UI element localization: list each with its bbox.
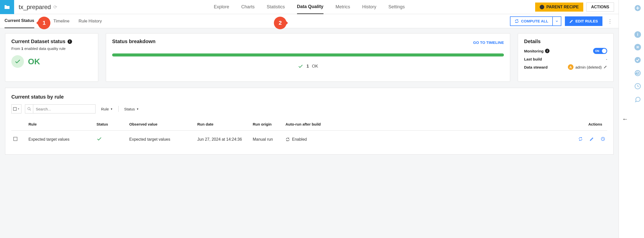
filter-rule-label: Rule — [101, 107, 109, 111]
right-rail: i — [631, 0, 644, 238]
check-icon — [14, 58, 21, 65]
action-edit[interactable] — [590, 137, 594, 141]
filter-status-label: Status — [124, 107, 135, 111]
col-auto-run: Auto-run after build — [283, 118, 334, 131]
top-tabs: Explore Charts Statistics Data Quality M… — [214, 0, 405, 14]
rail-add-icon[interactable] — [634, 5, 641, 12]
col-actions: Actions — [334, 118, 607, 131]
recipe-icon — [540, 5, 544, 9]
cell-run-date: Jun 27, 2024 at 14:24:36 — [195, 131, 251, 148]
details-title: Details — [524, 39, 607, 44]
tab-explore[interactable]: Explore — [214, 0, 229, 14]
caret-down-icon: ▼ — [136, 108, 139, 110]
edit-rules-label: EDIT RULES — [575, 19, 598, 23]
subtab-rule-history[interactable]: Rule History — [79, 14, 102, 28]
cell-rule: Expected target values — [26, 131, 94, 148]
rail-check-icon[interactable] — [634, 56, 641, 64]
filter-status-dropdown[interactable]: Status ▼ — [122, 107, 141, 111]
top-header: tx_prepared ⟳ Explore Charts Statistics … — [0, 0, 619, 14]
folder-icon-tile[interactable] — [0, 0, 14, 14]
tab-metrics[interactable]: Metrics — [336, 0, 350, 14]
more-menu-icon[interactable]: ⋮ — [606, 18, 614, 24]
status-breakdown-card: Status breakdown GO TO TIMELINE 1 OK — [106, 33, 510, 82]
dataset-title: tx_prepared — [19, 4, 51, 11]
legend-count: 1 — [306, 64, 309, 69]
search-wrap — [25, 104, 95, 113]
search-icon[interactable] — [25, 105, 33, 113]
rail-list-icon[interactable] — [634, 44, 641, 50]
checkbox-icon — [13, 107, 17, 111]
refresh-icon — [285, 137, 290, 142]
callout-2: 2 — [274, 17, 286, 29]
select-all-checkbox[interactable]: ▼ — [11, 104, 21, 113]
svg-line-1 — [30, 109, 31, 110]
refresh-icon[interactable]: ⟳ — [53, 4, 57, 10]
table-row[interactable]: Expected target values Expected target v… — [11, 131, 607, 148]
toggle-on-label: ON — [595, 49, 599, 52]
info-icon[interactable]: i — [545, 49, 550, 53]
tab-history[interactable]: History — [362, 0, 376, 14]
pencil-icon — [590, 137, 594, 141]
back-arrow[interactable]: ← — [619, 0, 631, 238]
tab-charts[interactable]: Charts — [241, 0, 254, 14]
parent-recipe-label: PARENT RECIPE — [546, 5, 579, 9]
avatar: A — [568, 64, 573, 70]
monitoring-toggle[interactable]: ON — [593, 48, 607, 54]
action-recompute[interactable] — [578, 137, 583, 141]
chevron-down-icon — [555, 19, 559, 23]
parent-recipe-button[interactable]: PARENT RECIPE — [535, 3, 583, 12]
status-card-title: Current Dataset status — [11, 39, 66, 44]
sub-prefix: From — [11, 46, 21, 51]
pencil-icon — [569, 19, 573, 23]
subtab-current-status[interactable]: Current Status — [5, 14, 34, 28]
breakdown-bar — [112, 53, 504, 56]
search-input[interactable] — [33, 105, 95, 113]
cell-auto-run: Enabled — [283, 131, 334, 148]
refresh-icon — [578, 137, 583, 141]
actions-button[interactable]: ACTIONS — [586, 3, 614, 12]
divider — [118, 106, 119, 112]
compute-all-group: COMPUTE ALL — [510, 16, 561, 26]
filter-rule-dropdown[interactable]: Rule ▼ — [99, 107, 115, 111]
tab-statistics[interactable]: Statistics — [267, 0, 285, 14]
compute-all-dropdown[interactable] — [552, 17, 561, 25]
col-status: Status — [94, 118, 127, 131]
rail-history-icon[interactable] — [634, 70, 641, 77]
caret-down-icon: ▼ — [17, 108, 20, 110]
rail-clock-icon[interactable] — [634, 83, 641, 90]
rules-panel-title: Current status by rule — [11, 94, 607, 100]
status-card-subtitle: From 1 enabled data quality rule — [11, 46, 92, 51]
auto-run-label: Enabled — [292, 137, 307, 142]
tab-data-quality[interactable]: Data Quality — [297, 0, 323, 14]
svg-point-7 — [635, 57, 641, 63]
edit-steward-icon[interactable] — [604, 65, 607, 69]
status-text: OK — [28, 57, 40, 66]
last-build-label: Last build — [524, 57, 542, 61]
status-ok-badge — [11, 55, 24, 68]
cell-run-origin: Manual run — [251, 131, 283, 148]
col-run-date: Run date — [195, 118, 251, 131]
rules-panel: Current status by rule ▼ Rule ▼ — [5, 88, 614, 155]
data-steward-label: Data steward — [524, 65, 548, 69]
check-icon — [96, 136, 102, 142]
cell-actions — [334, 131, 607, 148]
rail-info-icon[interactable]: i — [634, 31, 641, 38]
content-area: Current Dataset status i From 1 enabled … — [0, 28, 619, 238]
info-icon[interactable]: i — [68, 39, 72, 44]
tab-settings[interactable]: Settings — [389, 0, 405, 14]
row-checkbox[interactable] — [13, 137, 17, 141]
sub-suffix: enabled data quality rule — [23, 46, 66, 51]
rail-chat-icon[interactable] — [634, 96, 641, 103]
action-history[interactable] — [601, 137, 605, 141]
edit-rules-button[interactable]: EDIT RULES — [565, 16, 602, 26]
callout-1: 1 — [38, 17, 50, 29]
col-rule: Rule — [26, 118, 94, 131]
check-icon — [298, 64, 303, 69]
monitoring-label: Monitoring — [524, 49, 543, 53]
go-to-timeline-link[interactable]: GO TO TIMELINE — [473, 40, 504, 45]
breakdown-legend: 1 OK — [112, 64, 504, 69]
legend-label: OK — [312, 64, 318, 69]
compute-all-button[interactable]: COMPUTE ALL — [510, 17, 552, 25]
cell-status — [94, 131, 127, 148]
compute-all-label: COMPUTE ALL — [521, 19, 548, 23]
